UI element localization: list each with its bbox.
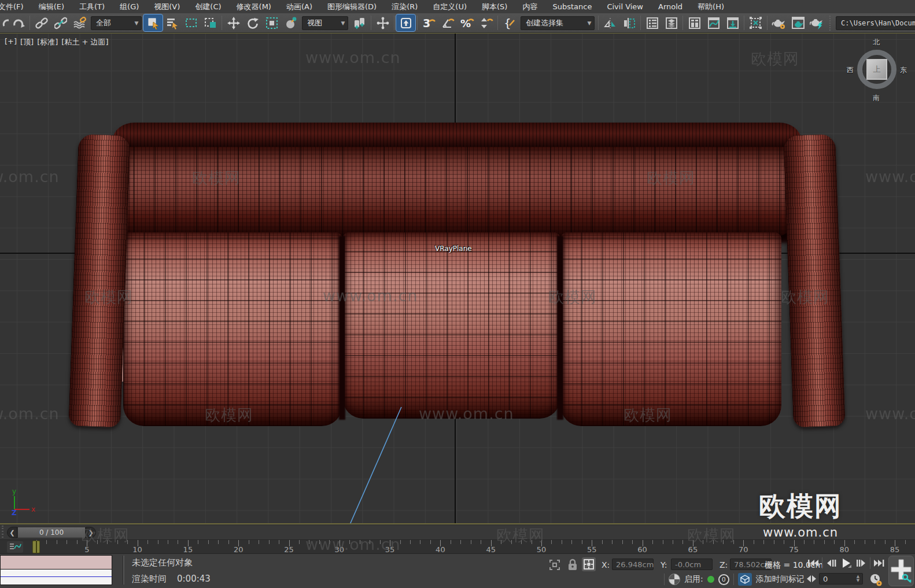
top-viewport[interactable]: [+] [顶] [标准] [粘土 + 边面] VRayPlane bbox=[0, 33, 915, 524]
previous-frame-button[interactable]: ❮ bbox=[7, 527, 17, 538]
macro-recorder-field[interactable] bbox=[0, 555, 112, 569]
viewcube-south-label[interactable]: 南 bbox=[873, 93, 880, 103]
current-frame-field[interactable]: 0 ▲▼ bbox=[819, 573, 863, 585]
menu-item-6[interactable]: 修改器(M) bbox=[229, 0, 279, 13]
frame-tick bbox=[622, 540, 623, 544]
use-pivot-point-center-button[interactable] bbox=[350, 14, 369, 31]
time-slider-grip[interactable] bbox=[0, 526, 6, 539]
undo-icon[interactable] bbox=[1, 14, 9, 31]
track-bar[interactable]: 0510152025303540455055606570758085 bbox=[0, 539, 915, 553]
snaps-toggle-3d[interactable]: 3 bbox=[419, 14, 438, 31]
menu-item-13[interactable]: Substance bbox=[545, 1, 599, 13]
menu-item-10[interactable]: 自定义(U) bbox=[425, 0, 474, 13]
rectangular-selection-region-button[interactable] bbox=[182, 14, 201, 31]
align-button[interactable] bbox=[619, 14, 639, 31]
rendered-frame-window-button[interactable] bbox=[788, 14, 807, 31]
menu-item-7[interactable]: 动画(A) bbox=[279, 0, 320, 13]
frame-tick bbox=[329, 540, 330, 544]
x-coord-field[interactable]: 26.948cm bbox=[612, 559, 654, 570]
project-folder-dropdown[interactable]: C:\Users\Han\Documents\3ds Max 2022 ▼ bbox=[836, 16, 915, 30]
render-production-button[interactable] bbox=[807, 14, 827, 31]
percent-snap-toggle[interactable]: % bbox=[457, 14, 477, 31]
menu-item-15[interactable]: Arnold bbox=[651, 1, 690, 13]
select-object-button[interactable] bbox=[143, 14, 163, 31]
menu-item-5[interactable]: 创建(C) bbox=[187, 0, 228, 13]
menu-item-2[interactable]: 工具(T) bbox=[72, 0, 112, 13]
viewport-menu-shading[interactable]: [粘土 + 边面] bbox=[61, 37, 108, 47]
menu-item-0[interactable]: 文件(F) bbox=[0, 0, 31, 13]
time-slider-handle[interactable]: 0 / 100 bbox=[17, 527, 86, 538]
render-setup-button[interactable] bbox=[769, 14, 788, 31]
menu-item-16[interactable]: 帮助(H) bbox=[690, 0, 732, 13]
edit-named-selection-sets-button[interactable]: { bbox=[500, 14, 519, 31]
angle-snap-toggle[interactable] bbox=[438, 14, 457, 31]
viewport-menu-renderer[interactable]: [标准] bbox=[37, 37, 58, 47]
menu-item-1[interactable]: 编辑(E) bbox=[31, 0, 72, 13]
selection-filter-dropdown[interactable]: 全部 ▼ bbox=[91, 16, 142, 30]
time-slider[interactable]: ❮ 0 / 100 ❯ bbox=[7, 527, 96, 538]
listener-splitter[interactable] bbox=[123, 556, 124, 585]
progressive-display-icon[interactable] bbox=[669, 574, 680, 585]
viewport-menu-general[interactable]: [+] bbox=[5, 37, 17, 47]
play-animation-button[interactable] bbox=[839, 556, 853, 570]
time-tag-cube-icon[interactable] bbox=[738, 573, 752, 586]
maxscript-mini-listener[interactable] bbox=[0, 555, 112, 586]
time-configuration-button[interactable] bbox=[869, 573, 883, 587]
window-crossing-toggle[interactable] bbox=[201, 14, 220, 31]
menu-item-12[interactable]: 内容 bbox=[515, 0, 545, 13]
menu-item-3[interactable]: 组(G) bbox=[112, 0, 146, 13]
menu-item-11[interactable]: 脚本(S) bbox=[474, 0, 515, 13]
select-and-move-button[interactable] bbox=[224, 14, 243, 31]
select-and-rotate-button[interactable] bbox=[243, 14, 262, 31]
viewcube-top-face[interactable]: 上 bbox=[866, 59, 887, 80]
previous-key-button[interactable] bbox=[824, 556, 838, 570]
menu-item-14[interactable]: Civil View bbox=[599, 1, 651, 13]
spinner-snap-toggle[interactable] bbox=[477, 14, 496, 31]
key-mode-toggle[interactable] bbox=[806, 575, 817, 583]
select-by-name-button[interactable] bbox=[163, 14, 182, 31]
named-selection-sets-dropdown[interactable]: 创建选择集 ▼ bbox=[521, 16, 595, 30]
menu-item-9[interactable]: 渲染(R) bbox=[384, 0, 425, 13]
toggle-layer-explorer-button[interactable] bbox=[662, 14, 681, 31]
viewcube-west-label[interactable]: 西 bbox=[847, 65, 854, 75]
unlink-icon[interactable] bbox=[51, 14, 70, 31]
listener-field[interactable] bbox=[0, 569, 112, 585]
trackbar-ruler[interactable]: 0510152025303540455055606570758085 bbox=[0, 540, 915, 553]
menu-item-8[interactable]: 图形编辑器(D) bbox=[320, 0, 384, 13]
viewport-menu-pov[interactable]: [顶] bbox=[20, 37, 34, 47]
select-and-place-button[interactable] bbox=[281, 14, 300, 31]
bind-to-spacewarp-icon[interactable] bbox=[70, 14, 89, 31]
material-editor-button[interactable] bbox=[746, 14, 765, 31]
mirror-button[interactable] bbox=[600, 14, 619, 31]
absolute-mode-transform-toggle[interactable] bbox=[582, 557, 596, 571]
next-frame-button[interactable]: ❯ bbox=[86, 527, 96, 538]
curve-editor-button[interactable] bbox=[704, 14, 723, 31]
y-coord-label: Y: bbox=[661, 560, 667, 569]
set-key-button[interactable] bbox=[888, 556, 914, 586]
select-and-scale-button[interactable] bbox=[262, 14, 281, 31]
sofa-model[interactable] bbox=[0, 34, 915, 523]
viewcube-east-label[interactable]: 东 bbox=[900, 65, 907, 75]
select-and-link-icon[interactable] bbox=[32, 14, 51, 31]
redo-icon[interactable] bbox=[9, 14, 28, 31]
viewcube-north-label[interactable]: 北 bbox=[873, 38, 880, 47]
select-and-manipulate-button[interactable] bbox=[373, 14, 392, 31]
menu-item-4[interactable]: 视图(V) bbox=[146, 0, 187, 13]
viewcube[interactable]: 上 北 南 西 东 bbox=[849, 36, 915, 106]
degradation-count-badge[interactable]: 0 bbox=[718, 574, 729, 585]
go-to-end-button[interactable] bbox=[872, 556, 886, 570]
selection-lock-toggle[interactable] bbox=[567, 559, 578, 571]
y-coord-field[interactable]: -0.0cm bbox=[671, 559, 713, 570]
add-time-tag-label[interactable]: 添加时间标记 bbox=[756, 574, 805, 585]
frame-tick-label: 30 bbox=[335, 545, 345, 553]
next-key-button[interactable] bbox=[854, 556, 868, 570]
schematic-view-button[interactable] bbox=[723, 14, 742, 31]
toggle-scene-explorer-button[interactable] bbox=[643, 14, 662, 31]
toggle-ribbon-button[interactable] bbox=[685, 14, 704, 31]
reference-coordinate-system-dropdown[interactable]: 视图 ▼ bbox=[302, 16, 348, 30]
current-frame-marker[interactable] bbox=[32, 541, 40, 553]
frame-spinner[interactable]: ▲▼ bbox=[855, 575, 861, 583]
go-to-start-button[interactable] bbox=[806, 556, 820, 570]
isolate-selection-toggle[interactable] bbox=[548, 559, 561, 571]
keyboard-shortcut-override-toggle[interactable] bbox=[396, 14, 415, 31]
